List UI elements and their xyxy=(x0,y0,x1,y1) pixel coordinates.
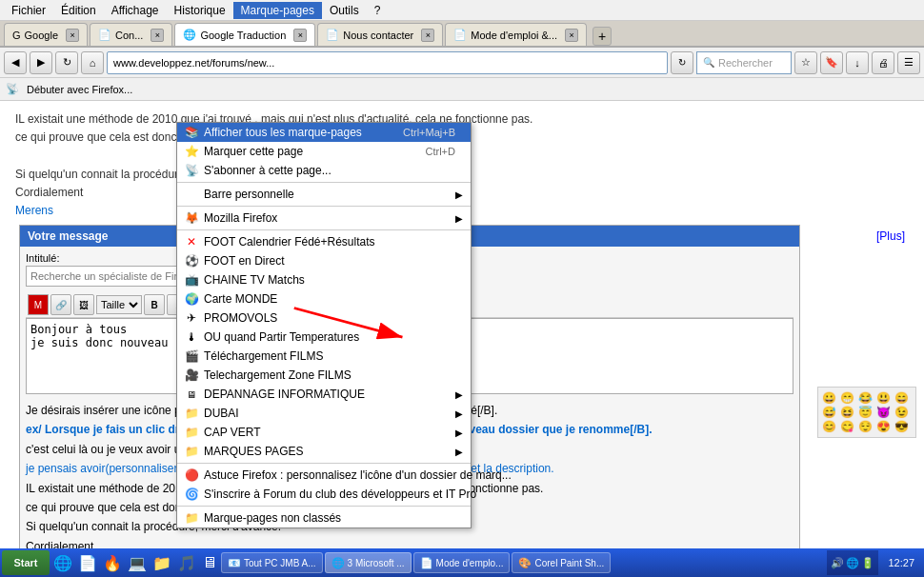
menu-item-carte-monde[interactable]: 🌍 Carte MONDE xyxy=(177,289,471,308)
toolbar-btn-m[interactable]: M xyxy=(28,294,49,315)
menu-item-dubai[interactable]: 📁 DUBAI xyxy=(177,404,471,423)
menu-help[interactable]: ? xyxy=(367,2,389,19)
menu-edition[interactable]: Édition xyxy=(53,2,104,19)
emoji-5[interactable]: 😄 xyxy=(894,391,912,405)
plus-link[interactable]: [Plus] xyxy=(876,229,905,243)
menu-item-foot-cal[interactable]: ✕ FOOT Calendrier Fédé+Résultats xyxy=(177,232,471,251)
menu-item-telech-films[interactable]: 🎬 Téléchargement FILMS xyxy=(177,347,471,366)
taskbar-item-corel[interactable]: 🎨 Corel Paint Sh... xyxy=(512,552,611,573)
back-button[interactable] xyxy=(4,51,27,74)
quick-launch-4[interactable]: 💻 xyxy=(126,554,149,572)
menu-affichage[interactable]: Affichage xyxy=(104,2,167,19)
emoji-8[interactable]: 😇 xyxy=(858,406,875,419)
tab-label-mode: Mode d'emploi &... xyxy=(471,30,557,41)
cap-vert-label: CAP VERT xyxy=(204,426,261,439)
star-button[interactable]: ☆ xyxy=(794,51,817,74)
menu-item-subscribe[interactable]: 📡 S'abonner à cette page... xyxy=(177,161,471,180)
tab-con[interactable]: 📄 Con... × xyxy=(90,23,172,46)
emoji-3[interactable]: 😂 xyxy=(858,391,875,405)
quick-launch-5[interactable]: 📁 xyxy=(151,554,173,572)
menu-item-promovols[interactable]: ✈ PROMOVOLS xyxy=(177,308,471,328)
separator-2 xyxy=(177,206,471,207)
menu-item-show-all[interactable]: 📚 Afficher tous les marque-pages Ctrl+Ma… xyxy=(177,123,471,142)
start-button[interactable]: Start xyxy=(2,550,50,575)
menu-item-ou-partir[interactable]: 🌡 OU quand Partir Temperatures xyxy=(177,328,471,347)
menu-button[interactable]: ☰ xyxy=(897,51,920,74)
menu-fichier[interactable]: Fichier xyxy=(4,2,53,19)
menu-item-astuce[interactable]: 🔴 Astuce Firefox : personnalisez l'icône… xyxy=(177,466,471,485)
quick-launch-3[interactable]: 🔥 xyxy=(101,554,124,572)
emoji-1[interactable]: 😀 xyxy=(822,391,839,405)
taskbar-item-microsoft[interactable]: 🌐 3 Microsoft ... xyxy=(325,552,412,573)
tab-close-google[interactable]: × xyxy=(66,29,79,42)
toolbar-btn-bold[interactable]: B xyxy=(144,294,165,315)
menu-item-chaine-tv[interactable]: 📺 CHAINE TV Matchs xyxy=(177,270,471,289)
emoji-12[interactable]: 😋 xyxy=(840,420,857,433)
emoji-2[interactable]: 😁 xyxy=(840,391,857,405)
menu-item-marques-pages[interactable]: 📁 MARQUES PAGES xyxy=(177,442,471,461)
taskbar-item-tout-pc[interactable]: 📧 Tout PC JMB A... xyxy=(221,552,323,573)
tab-google[interactable]: G Google × xyxy=(4,23,88,46)
menu-historique[interactable]: Historique xyxy=(167,2,233,19)
menu-item-non-classes[interactable]: 📁 Marque-pages non classés xyxy=(177,508,471,527)
menu-item-personal-bar[interactable]: Barre personnelle xyxy=(177,185,471,204)
tab-label-google: Google xyxy=(25,30,58,41)
quick-launch-7[interactable]: 🖥 xyxy=(200,554,219,571)
mode-emploi-label: Mode d'emplo... xyxy=(436,558,504,568)
tray-icon-1[interactable]: 🔊 xyxy=(831,557,844,569)
font-size-select[interactable]: Taille xyxy=(96,295,142,314)
bookmark-page-shortcut: Ctrl+D xyxy=(407,146,455,157)
tab-close-nous[interactable]: × xyxy=(421,29,434,42)
tab-close-mode[interactable]: × xyxy=(565,29,578,42)
quick-launch-6[interactable]: 🎵 xyxy=(175,554,198,572)
menu-item-foot-direct[interactable]: ⚽ FOOT en Direct xyxy=(177,251,471,270)
tray-icon-2[interactable]: 🌐 xyxy=(846,557,859,569)
emoji-15[interactable]: 😎 xyxy=(894,420,912,433)
menu-item-sinscrire[interactable]: 🌀 S'inscrire à Forum du club des dévelop… xyxy=(177,485,471,504)
emoji-11[interactable]: 😊 xyxy=(822,420,839,433)
forward-button[interactable] xyxy=(30,51,52,74)
emoji-6[interactable]: 😅 xyxy=(822,406,839,419)
taskbar-item-mode-emploi[interactable]: 📄 Mode d'emplo... xyxy=(413,552,511,573)
dropdown-menu: 📚 Afficher tous les marque-pages Ctrl+Ma… xyxy=(176,122,472,528)
reload-button[interactable]: ↻ xyxy=(55,51,78,74)
home-button[interactable]: ⌂ xyxy=(81,51,104,74)
depannage-icon: 🖥 xyxy=(183,386,200,403)
tab-add-button[interactable]: + xyxy=(593,27,612,46)
quick-launch-ie[interactable]: 🌐 xyxy=(51,554,74,572)
bookmark-debuter[interactable]: Débuter avec Firefox... xyxy=(23,82,136,97)
menu-marque-pages[interactable]: Marque-pages xyxy=(233,2,322,19)
quick-launch-2[interactable]: 📄 xyxy=(76,554,99,572)
address-bar[interactable] xyxy=(107,51,668,74)
emoji-7[interactable]: 😆 xyxy=(840,406,857,419)
forward-icon xyxy=(37,56,45,69)
menu-item-depannage[interactable]: 🖥 DEPANNAGE INFORMATIQUE xyxy=(177,385,471,404)
print-button[interactable]: 🖨 xyxy=(872,51,894,74)
download-button[interactable]: ↓ xyxy=(846,51,869,74)
tab-mode-emploi[interactable]: 📄 Mode d'emploi &... × xyxy=(445,23,587,46)
emoji-10[interactable]: 😉 xyxy=(894,406,912,419)
tab-close-con[interactable]: × xyxy=(151,29,164,42)
menu-item-cap-vert[interactable]: 📁 CAP VERT xyxy=(177,423,471,442)
toolbar-btn-link[interactable]: 🔗 xyxy=(50,294,71,315)
tab-nous-contacter[interactable]: 📄 Nous contacter × xyxy=(317,23,443,46)
reload-icon: ↻ xyxy=(63,56,71,69)
emoji-4[interactable]: 😃 xyxy=(876,391,894,405)
emoji-9[interactable]: 😈 xyxy=(876,406,894,419)
bookmark-button[interactable]: 🔖 xyxy=(820,51,843,74)
menu-item-bookmark-page[interactable]: ⭐ Marquer cette page Ctrl+D xyxy=(177,142,471,161)
tray-icon-3[interactable]: 🔋 xyxy=(861,557,874,569)
emoji-14[interactable]: 😍 xyxy=(876,420,894,433)
menu-outils[interactable]: Outils xyxy=(322,2,367,19)
rss-icon: 📡 xyxy=(6,83,19,95)
toolbar-btn-img[interactable]: 🖼 xyxy=(73,294,94,315)
menu-item-telech-zone[interactable]: 🎥 Telechargement Zone FILMS xyxy=(177,366,471,385)
search-bar[interactable]: 🔍 Rechercher xyxy=(696,51,792,74)
menu-item-mozilla[interactable]: 🦊 Mozilla Firefox xyxy=(177,209,471,228)
tab-close-traduction[interactable]: × xyxy=(293,29,307,42)
tab-favicon-mode: 📄 xyxy=(453,29,467,41)
emoji-13[interactable]: 😌 xyxy=(858,420,875,433)
tab-favicon-nous: 📄 xyxy=(326,29,339,41)
reload-page-button[interactable]: ↻ xyxy=(671,51,693,74)
tab-google-traduction[interactable]: 🌐 Google Traduction × xyxy=(174,23,315,46)
